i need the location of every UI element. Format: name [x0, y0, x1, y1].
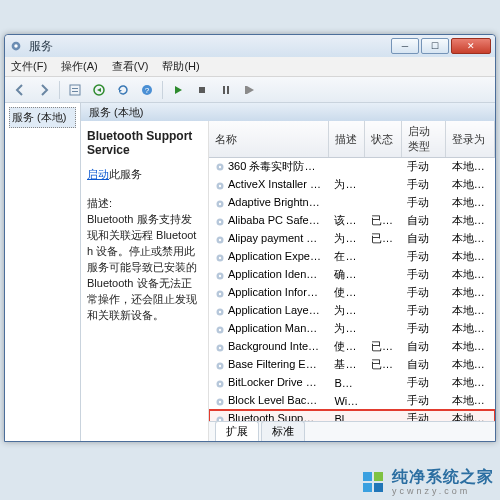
cell-status — [365, 374, 401, 392]
cell-name: BitLocker Drive … — [209, 374, 328, 392]
cell-startup: 手动 — [401, 158, 446, 176]
cell-startup: 手动 — [401, 392, 446, 410]
svg-point-31 — [219, 328, 221, 330]
svg-rect-54 — [363, 483, 372, 492]
cell-name: Block Level Back… — [209, 392, 328, 410]
table-row[interactable]: Base Filtering En…基本…已启动自动本地系统 — [209, 356, 495, 374]
cell-logon: 本地系统 — [446, 266, 495, 284]
table-row[interactable]: Application Man…为通…手动本地系统 — [209, 320, 495, 338]
svg-rect-4 — [72, 91, 78, 92]
cell-status — [365, 176, 401, 194]
tab-standard[interactable]: 标准 — [261, 421, 305, 441]
service-icon — [215, 361, 225, 371]
menu-file[interactable]: 文件(F) — [11, 59, 47, 74]
close-button[interactable]: ✕ — [451, 38, 491, 54]
service-icon — [215, 253, 225, 263]
cell-startup: 手动 — [401, 248, 446, 266]
cell-startup: 手动 — [401, 266, 446, 284]
titlebar[interactable]: 服务 ─ ☐ ✕ — [5, 35, 495, 57]
svg-rect-2 — [70, 85, 80, 95]
tree-root-item[interactable]: 服务 (本地) — [9, 107, 76, 128]
restart-service-button[interactable] — [241, 81, 259, 99]
table-row[interactable]: Application Infor…使用…手动本地系统 — [209, 284, 495, 302]
cell-status — [365, 248, 401, 266]
table-row[interactable]: ActiveX Installer …为从…手动本地系统 — [209, 176, 495, 194]
menu-help[interactable]: 帮助(H) — [162, 59, 199, 74]
header-row: 名称 描述 状态 启动类型 登录为 — [209, 121, 495, 158]
table-row[interactable]: Alibaba PC Safe …该服…已启动自动本地系统 — [209, 212, 495, 230]
cell-logon: 本地系统 — [446, 212, 495, 230]
table-row[interactable]: Bluetooth Supp…Blue…手动本地服务 — [209, 410, 495, 422]
service-icon — [215, 181, 225, 191]
table-row[interactable]: BitLocker Drive …BDE…手动本地系统 — [209, 374, 495, 392]
start-service-button[interactable] — [169, 81, 187, 99]
cell-name: Base Filtering En… — [209, 356, 328, 374]
cell-logon: 本地系统 — [446, 356, 495, 374]
service-icon — [215, 397, 225, 407]
svg-rect-55 — [374, 483, 383, 492]
cell-desc — [328, 158, 364, 176]
cell-name: Alibaba PC Safe … — [209, 212, 328, 230]
svg-point-29 — [219, 310, 221, 312]
cell-logon: 本地服务 — [446, 410, 495, 422]
svg-point-21 — [219, 238, 221, 240]
tab-extended[interactable]: 扩展 — [215, 421, 259, 441]
cell-startup: 自动 — [401, 230, 446, 248]
table-row[interactable]: 360 杀毒实时防护…手动本地系统 — [209, 158, 495, 176]
table-row[interactable]: Adaptive Brightn…手动本地系统 — [209, 194, 495, 212]
cell-status — [365, 284, 401, 302]
svg-text:?: ? — [145, 86, 150, 95]
service-list[interactable]: 名称 描述 状态 启动类型 登录为 360 杀毒实时防护…手动本地系统Activ… — [209, 121, 495, 421]
col-desc[interactable]: 描述 — [328, 121, 364, 158]
table-row[interactable]: Block Level Back…Win…手动本地系统 — [209, 392, 495, 410]
menu-action[interactable]: 操作(A) — [61, 59, 98, 74]
service-icon — [215, 162, 225, 172]
menu-view[interactable]: 查看(V) — [112, 59, 149, 74]
svg-rect-3 — [72, 88, 78, 89]
svg-point-13 — [219, 166, 221, 168]
cell-desc: 该服… — [328, 212, 364, 230]
cell-desc: BDE… — [328, 374, 364, 392]
table-row[interactable]: Background Inte…使用…已启动自动本地系统 — [209, 338, 495, 356]
table-row[interactable]: Application Laye…为 In…手动本地系统 — [209, 302, 495, 320]
col-name[interactable]: 名称 — [209, 121, 328, 158]
cell-desc: 确定… — [328, 266, 364, 284]
table-row[interactable]: Alipay payment …为支…已启动自动本地系统 — [209, 230, 495, 248]
cell-desc: 基本… — [328, 356, 364, 374]
cell-logon: 本地系统 — [446, 320, 495, 338]
refresh-button[interactable] — [114, 81, 132, 99]
back-button[interactable] — [11, 81, 29, 99]
svg-rect-10 — [227, 86, 229, 94]
svg-point-19 — [219, 220, 221, 222]
toolbar: ? — [5, 77, 495, 103]
window-buttons: ─ ☐ ✕ — [391, 38, 491, 54]
cell-logon: 本地系统 — [446, 194, 495, 212]
start-link[interactable]: 启动 — [87, 168, 109, 180]
svg-point-17 — [219, 202, 221, 204]
stop-service-button[interactable] — [193, 81, 211, 99]
cell-name: Adaptive Brightn… — [209, 194, 328, 212]
col-status[interactable]: 状态 — [365, 121, 401, 158]
help-button[interactable]: ? — [138, 81, 156, 99]
minimize-button[interactable]: ─ — [391, 38, 419, 54]
window-title: 服务 — [29, 38, 391, 55]
cell-desc: 为通… — [328, 320, 364, 338]
svg-point-35 — [219, 364, 221, 366]
service-icon — [215, 307, 225, 317]
col-startup[interactable]: 启动类型 — [401, 121, 446, 158]
properties-button[interactable] — [66, 81, 84, 99]
col-logon[interactable]: 登录为 — [446, 121, 495, 158]
service-table: 名称 描述 状态 启动类型 登录为 360 杀毒实时防护…手动本地系统Activ… — [209, 121, 495, 421]
forward-button[interactable] — [35, 81, 53, 99]
cell-status — [365, 392, 401, 410]
svg-point-37 — [219, 382, 221, 384]
cell-status: 已启动 — [365, 338, 401, 356]
maximize-button[interactable]: ☐ — [421, 38, 449, 54]
table-row[interactable]: Application Expe…在应…手动本地系统 — [209, 248, 495, 266]
svg-point-25 — [219, 274, 221, 276]
export-button[interactable] — [90, 81, 108, 99]
cell-startup: 手动 — [401, 176, 446, 194]
pause-service-button[interactable] — [217, 81, 235, 99]
table-row[interactable]: Application Iden…确定…手动本地系统 — [209, 266, 495, 284]
cell-name: Application Laye… — [209, 302, 328, 320]
